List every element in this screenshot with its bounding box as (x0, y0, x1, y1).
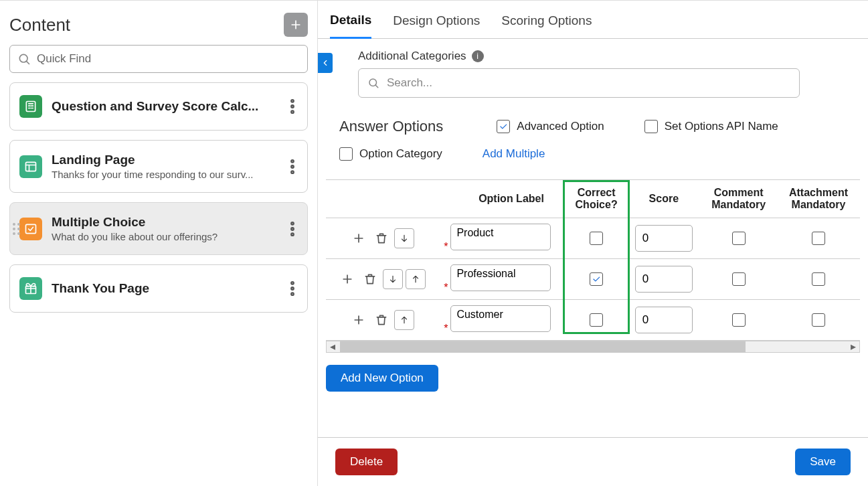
content-title: Content (9, 15, 70, 35)
arrow-up-icon (411, 274, 420, 284)
svg-point-15 (291, 287, 294, 290)
content-card[interactable]: Question and Survey Score Calc... (9, 82, 308, 131)
col-attachment-mandatory: Attachment Mandatory (777, 180, 860, 218)
svg-point-8 (291, 171, 294, 173)
card-title: Thank You Page (52, 281, 274, 296)
correct-choice-checkbox[interactable] (566, 218, 627, 258)
content-card[interactable]: Thank You Page (9, 264, 308, 313)
tabs: Details Design Options Scoring Options (318, 1, 868, 39)
add-row-button[interactable] (351, 231, 366, 246)
add-content-button[interactable] (284, 13, 308, 37)
comment-mandatory-checkbox[interactable] (700, 258, 777, 299)
card-menu-button[interactable] (283, 279, 302, 298)
option-label-input[interactable]: Customer (450, 305, 551, 332)
col-score: Score (627, 180, 700, 218)
tab-details[interactable]: Details (330, 1, 371, 39)
plus-icon (352, 232, 365, 245)
svg-point-4 (291, 110, 294, 113)
card-title: Multiple Choice (52, 215, 274, 230)
svg-point-6 (291, 160, 294, 163)
trash-icon (375, 313, 388, 327)
save-button[interactable]: Save (795, 449, 851, 475)
score-input[interactable] (635, 266, 693, 293)
svg-point-12 (291, 233, 294, 236)
move-up-button[interactable] (394, 310, 414, 330)
set-api-name-checkbox[interactable]: Set Options API Name (644, 120, 778, 133)
move-down-button[interactable] (394, 228, 414, 248)
table-row: *Product (326, 218, 860, 258)
gift-icon (19, 277, 42, 300)
score-input[interactable] (635, 307, 693, 333)
info-icon[interactable]: i (472, 50, 484, 62)
content-card[interactable]: Multiple ChoiceWhat do you like about ou… (9, 202, 308, 255)
add-row-button[interactable] (351, 313, 366, 327)
content-card[interactable]: Landing PageThanks for your time respond… (9, 140, 308, 193)
add-new-option-button[interactable]: Add New Option (326, 365, 438, 392)
card-menu-button[interactable] (283, 97, 302, 116)
svg-rect-9 (26, 224, 36, 233)
quick-find-input[interactable] (9, 45, 308, 73)
advanced-option-checkbox[interactable]: Advanced Option (497, 120, 604, 133)
collapse-sidebar-button[interactable] (318, 53, 333, 73)
delete-row-button[interactable] (374, 313, 389, 327)
drag-handle-icon[interactable] (9, 219, 24, 239)
content-panel: Content Question and Survey Score Calc..… (0, 1, 318, 486)
table-row: *Professional (326, 258, 860, 299)
svg-point-10 (291, 222, 294, 225)
add-row-button[interactable] (340, 272, 355, 287)
delete-row-button[interactable] (363, 272, 377, 287)
option-label-input[interactable]: Product (450, 224, 551, 250)
search-icon (367, 77, 379, 89)
arrow-down-icon (388, 274, 398, 284)
trash-icon (375, 232, 388, 245)
card-title: Landing Page (52, 153, 274, 167)
move-down-button[interactable] (383, 269, 403, 289)
option-label-input[interactable]: Professional (450, 264, 551, 291)
additional-categories-label: Additional Categories (358, 50, 466, 63)
trash-icon (363, 272, 377, 286)
calc-icon (19, 95, 42, 118)
layout-icon (19, 155, 42, 178)
option-category-checkbox[interactable]: Option Category (339, 147, 442, 161)
correct-choice-checkbox[interactable] (566, 258, 627, 299)
plus-icon (352, 313, 365, 327)
plus-icon (289, 18, 302, 31)
col-correct-choice: Correct Choice? (566, 180, 627, 218)
attachment-mandatory-checkbox[interactable] (777, 258, 860, 299)
comment-mandatory-checkbox[interactable] (700, 299, 777, 340)
answer-options-heading: Answer Options (339, 118, 443, 135)
more-vertical-icon (283, 279, 302, 298)
svg-point-2 (291, 100, 294, 102)
delete-row-button[interactable] (374, 231, 389, 246)
check-icon (592, 274, 601, 284)
detail-panel: Details Design Options Scoring Options A… (318, 1, 868, 486)
more-vertical-icon (283, 220, 302, 238)
score-input[interactable] (635, 225, 693, 252)
svg-point-16 (291, 293, 294, 295)
svg-point-14 (291, 282, 294, 285)
card-menu-button[interactable] (283, 220, 302, 238)
delete-button[interactable]: Delete (335, 449, 398, 475)
table-row: *Customer (326, 299, 860, 340)
search-icon (17, 52, 31, 66)
correct-choice-checkbox[interactable] (566, 299, 627, 340)
comment-mandatory-checkbox[interactable] (700, 218, 777, 258)
options-table: Option Label Correct Choice? Score Comme… (326, 180, 860, 341)
attachment-mandatory-checkbox[interactable] (777, 299, 860, 340)
card-subtitle: Thanks for your time responding to our s… (52, 169, 274, 180)
add-multiple-link[interactable]: Add Multiple (483, 147, 545, 161)
attachment-mandatory-checkbox[interactable] (777, 218, 860, 258)
tab-design-options[interactable]: Design Options (393, 1, 480, 37)
horizontal-scrollbar[interactable]: ◂▸ (326, 341, 860, 353)
move-up-button[interactable] (406, 269, 426, 289)
card-title: Question and Survey Score Calc... (52, 99, 274, 114)
card-subtitle: What do you like about our offerings? (52, 231, 274, 242)
more-vertical-icon (283, 157, 302, 176)
categories-search-input[interactable] (358, 68, 800, 98)
svg-point-7 (291, 165, 294, 168)
plus-icon (341, 272, 354, 286)
card-menu-button[interactable] (283, 157, 302, 176)
svg-rect-5 (26, 162, 36, 171)
tab-scoring-options[interactable]: Scoring Options (501, 1, 592, 37)
svg-point-3 (291, 105, 294, 108)
